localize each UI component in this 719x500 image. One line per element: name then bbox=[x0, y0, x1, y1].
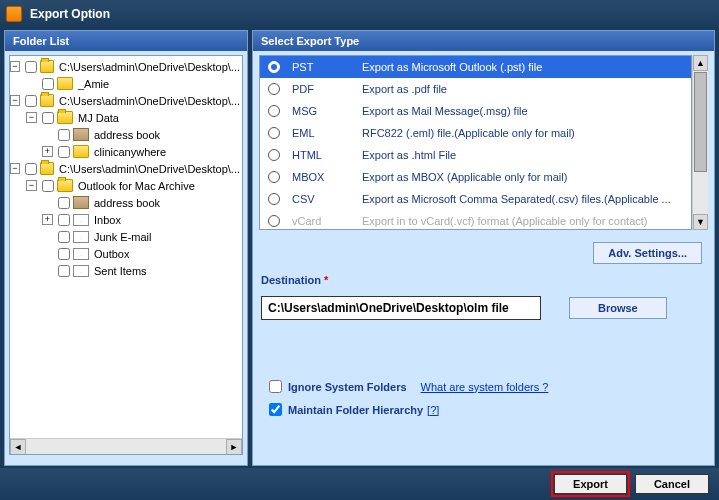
cancel-button[interactable]: Cancel bbox=[635, 474, 709, 494]
tree-checkbox[interactable] bbox=[25, 163, 37, 175]
radio-icon[interactable] bbox=[268, 215, 280, 227]
maintain-folder-hierarchy-checkbox[interactable] bbox=[269, 403, 282, 416]
radio-icon[interactable] bbox=[268, 171, 280, 183]
folder-open-icon bbox=[40, 94, 54, 107]
tree-item[interactable]: _Amie bbox=[10, 75, 242, 92]
vertical-scrollbar[interactable]: ▲ ▼ bbox=[692, 55, 708, 230]
export-type-desc: Export as .pdf file bbox=[362, 83, 683, 95]
tree-item-label: Sent Items bbox=[92, 265, 149, 277]
tree-checkbox[interactable] bbox=[58, 146, 70, 158]
export-type-desc: RFC822 (.eml) file.(Applicable only for … bbox=[362, 127, 683, 139]
tree-item[interactable]: Outbox bbox=[10, 245, 242, 262]
export-type-msg[interactable]: MSGExport as Mail Message(.msg) file bbox=[260, 100, 691, 122]
tree-checkbox[interactable] bbox=[58, 197, 70, 209]
tree-checkbox[interactable] bbox=[58, 248, 70, 260]
titlebar: Export Option bbox=[0, 0, 719, 28]
export-type-code: MBOX bbox=[292, 171, 362, 183]
tree-expander-icon[interactable]: − bbox=[10, 163, 20, 174]
export-type-pdf[interactable]: PDFExport as .pdf file bbox=[260, 78, 691, 100]
export-type-desc: Export as Microsoft Outlook (.pst) file bbox=[362, 61, 683, 73]
folder-closed-icon bbox=[57, 77, 73, 90]
tree-item[interactable]: Junk E-mail bbox=[10, 228, 242, 245]
tree-item-label: Junk E-mail bbox=[92, 231, 153, 243]
tree-expander-icon[interactable]: − bbox=[26, 112, 37, 123]
export-type-desc: Export as MBOX (Applicable only for mail… bbox=[362, 171, 683, 183]
tree-item-label: C:\Users\admin\OneDrive\Desktop\... bbox=[57, 163, 242, 175]
export-type-desc: Export as Microsoft Comma Separated(.csv… bbox=[362, 193, 683, 205]
export-type-list[interactable]: PSTExport as Microsoft Outlook (.pst) fi… bbox=[259, 55, 692, 230]
export-type-csv[interactable]: CSVExport as Microsoft Comma Separated(.… bbox=[260, 188, 691, 210]
folder-tree[interactable]: −C:\Users\admin\OneDrive\Desktop\..._Ami… bbox=[9, 55, 243, 455]
tree-item-label: MJ Data bbox=[76, 112, 121, 124]
tree-item[interactable]: −C:\Users\admin\OneDrive\Desktop\... bbox=[10, 160, 242, 177]
tree-item[interactable]: address book bbox=[10, 126, 242, 143]
radio-icon[interactable] bbox=[268, 105, 280, 117]
scrollbar-thumb[interactable] bbox=[694, 72, 707, 172]
export-type-eml[interactable]: EMLRFC822 (.eml) file.(Applicable only f… bbox=[260, 122, 691, 144]
tree-item[interactable]: +clinicanywhere bbox=[10, 143, 242, 160]
radio-icon[interactable] bbox=[268, 61, 280, 73]
export-type-desc: Export as .html File bbox=[362, 149, 683, 161]
tree-item[interactable]: +Inbox bbox=[10, 211, 242, 228]
export-type-desc: Export as Mail Message(.msg) file bbox=[362, 105, 683, 117]
export-type-vcard[interactable]: vCardExport in to vCard(.vcf) format (Ap… bbox=[260, 210, 691, 230]
tree-checkbox[interactable] bbox=[58, 214, 70, 226]
maintain-folder-hierarchy-label[interactable]: Maintain Folder Hierarchy bbox=[288, 404, 423, 416]
tree-item-label: Inbox bbox=[92, 214, 123, 226]
tree-checkbox[interactable] bbox=[25, 95, 37, 107]
footer: Export Cancel bbox=[0, 468, 719, 500]
export-type-code: PDF bbox=[292, 83, 362, 95]
export-type-mbox[interactable]: MBOXExport as MBOX (Applicable only for … bbox=[260, 166, 691, 188]
tree-checkbox[interactable] bbox=[42, 180, 54, 192]
tree-checkbox[interactable] bbox=[25, 61, 37, 73]
tree-item[interactable]: −Outlook for Mac Archive bbox=[10, 177, 242, 194]
advanced-settings-button[interactable]: Adv. Settings... bbox=[593, 242, 702, 264]
tree-item-label: address book bbox=[92, 197, 162, 209]
export-type-header: Select Export Type bbox=[253, 31, 714, 51]
tree-expander-icon[interactable]: − bbox=[26, 180, 37, 191]
tree-item[interactable]: Sent Items bbox=[10, 262, 242, 279]
tree-item[interactable]: −MJ Data bbox=[10, 109, 242, 126]
tree-expander-icon[interactable]: + bbox=[42, 146, 53, 157]
tree-checkbox[interactable] bbox=[42, 78, 54, 90]
tree-checkbox[interactable] bbox=[42, 112, 54, 124]
radio-icon[interactable] bbox=[268, 149, 280, 161]
tree-expander-icon[interactable]: − bbox=[10, 95, 20, 106]
tree-item[interactable]: −C:\Users\admin\OneDrive\Desktop\... bbox=[10, 58, 242, 75]
mail-icon bbox=[73, 248, 89, 260]
folder-open-icon bbox=[40, 162, 54, 175]
export-type-panel: Select Export Type PSTExport as Microsof… bbox=[252, 30, 715, 466]
tree-expander-icon[interactable]: − bbox=[10, 61, 20, 72]
tree-item-label: Outbox bbox=[92, 248, 131, 260]
ignore-system-folders-checkbox[interactable] bbox=[269, 380, 282, 393]
tree-checkbox[interactable] bbox=[58, 129, 70, 141]
scroll-down-arrow-icon[interactable]: ▼ bbox=[693, 214, 708, 230]
ignore-system-folders-label[interactable]: Ignore System Folders bbox=[288, 381, 407, 393]
scroll-up-arrow-icon[interactable]: ▲ bbox=[693, 55, 708, 71]
tree-checkbox[interactable] bbox=[58, 231, 70, 243]
scroll-left-arrow-icon[interactable]: ◄ bbox=[10, 439, 26, 455]
ab-icon bbox=[73, 196, 89, 209]
radio-icon[interactable] bbox=[268, 83, 280, 95]
tree-checkbox[interactable] bbox=[58, 265, 70, 277]
tree-item[interactable]: address book bbox=[10, 194, 242, 211]
folder-list-header: Folder List bbox=[5, 31, 247, 51]
folder-open-icon bbox=[57, 111, 73, 124]
destination-input[interactable] bbox=[261, 296, 541, 320]
export-type-pst[interactable]: PSTExport as Microsoft Outlook (.pst) fi… bbox=[260, 56, 691, 78]
app-icon bbox=[6, 6, 22, 22]
maintain-hierarchy-help-link[interactable]: [?] bbox=[427, 404, 439, 416]
horizontal-scrollbar[interactable]: ◄ ► bbox=[10, 438, 242, 454]
scroll-right-arrow-icon[interactable]: ► bbox=[226, 439, 242, 455]
radio-icon[interactable] bbox=[268, 127, 280, 139]
tree-item-label: clinicanywhere bbox=[92, 146, 168, 158]
folder-closed-icon bbox=[73, 145, 89, 158]
export-type-html[interactable]: HTMLExport as .html File bbox=[260, 144, 691, 166]
export-button[interactable]: Export bbox=[554, 474, 627, 494]
tree-expander-icon[interactable]: + bbox=[42, 214, 53, 225]
tree-item[interactable]: −C:\Users\admin\OneDrive\Desktop\... bbox=[10, 92, 242, 109]
browse-button[interactable]: Browse bbox=[569, 297, 667, 319]
radio-icon[interactable] bbox=[268, 193, 280, 205]
what-are-system-folders-link[interactable]: What are system folders ? bbox=[421, 381, 549, 393]
ab-icon bbox=[73, 128, 89, 141]
